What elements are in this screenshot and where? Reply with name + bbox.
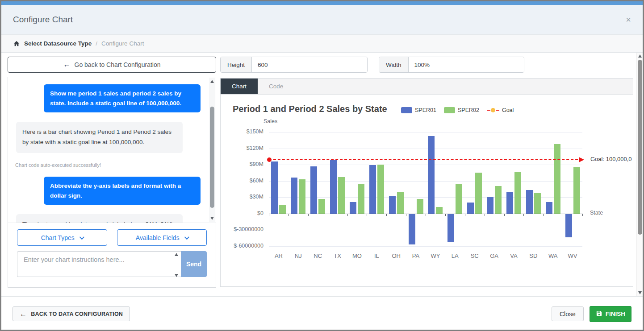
chart-legend: SPER01SPER02Goal xyxy=(401,107,514,113)
chart-types-dropdown[interactable]: Chart Types xyxy=(17,229,107,246)
tab-chart[interactable]: Chart xyxy=(221,79,258,94)
bar-SPER01-MO xyxy=(350,202,356,214)
height-label: Height xyxy=(221,57,252,72)
x-category-label: NJ xyxy=(289,252,308,259)
scroll-down-icon[interactable] xyxy=(210,217,214,220)
legend-swatch xyxy=(401,107,412,113)
x-category-label: SC xyxy=(465,252,485,259)
gridline xyxy=(269,149,582,149)
chart-canvas: Period 1 and Period 2 Sales by State SPE… xyxy=(221,95,633,286)
bar-SPER01-SD xyxy=(526,190,533,213)
x-category-label: LA xyxy=(445,252,465,259)
y-tick-label: $30M xyxy=(221,194,263,200)
bar-SPER02-MO xyxy=(358,184,364,214)
scroll-up-icon[interactable] xyxy=(175,253,178,256)
home-icon[interactable] xyxy=(13,40,20,47)
back-arrow-icon: ← xyxy=(20,310,27,318)
goal-line: Goal: 100,000,0 xyxy=(269,159,582,160)
textarea-scrollbar[interactable] xyxy=(173,253,180,277)
x-category-label: AR xyxy=(269,252,289,259)
bar-SPER02-IL xyxy=(377,165,384,214)
gridline xyxy=(269,230,582,230)
chart-types-label: Chart Types xyxy=(41,234,75,241)
modal-footer: ← BACK TO DATA CONFIGURATION Close FINIS… xyxy=(1,296,643,331)
height-field[interactable] xyxy=(252,57,367,72)
modal-scrollbar[interactable] xyxy=(636,53,643,296)
chevron-down-icon xyxy=(79,234,84,239)
legend-item-SPER01[interactable]: SPER01 xyxy=(401,107,436,113)
scroll-up-icon[interactable] xyxy=(210,80,214,83)
chat-scrollbar[interactable] xyxy=(209,78,215,222)
modal-scrollbar-thumb[interactable] xyxy=(638,60,642,235)
goal-arrow-icon xyxy=(579,157,584,162)
chart-instructions-input[interactable] xyxy=(17,251,181,277)
x-category-label: WV xyxy=(563,252,582,259)
x-axis-tick xyxy=(582,214,583,216)
available-fields-label: Available Fields xyxy=(136,234,180,241)
chevron-down-icon xyxy=(184,234,189,239)
available-fields-dropdown[interactable]: Available Fields xyxy=(117,229,207,246)
x-category-label: TX xyxy=(328,252,347,259)
back-to-data-configuration-button[interactable]: ← BACK TO DATA CONFIGURATION xyxy=(13,306,130,321)
y-tick-label: $0 xyxy=(221,210,263,216)
bar-SPER02-NC xyxy=(318,199,325,214)
chart-title: Period 1 and Period 2 Sales by State xyxy=(233,104,387,114)
back-arrow-icon: ← xyxy=(63,61,71,69)
go-back-chart-configuration-button[interactable]: ← Go back to Chart Configuration xyxy=(8,57,216,73)
plot-area: Goal: 100,000,0 xyxy=(269,132,582,246)
bar-SPER01-PA xyxy=(409,214,415,244)
legend-item-SPER02[interactable]: SPER02 xyxy=(444,107,479,113)
width-label: Width xyxy=(379,57,409,72)
x-axis-tick xyxy=(269,214,269,216)
x-category-label: GA xyxy=(485,252,504,259)
user-message: Show me period 1 sales and period 2 sale… xyxy=(44,84,201,112)
bar-SPER02-NJ xyxy=(299,179,305,214)
x-axis-tick xyxy=(386,214,387,216)
scroll-up-icon[interactable] xyxy=(638,54,642,58)
modal-title: Configure Chart xyxy=(13,15,73,25)
y-tick-label: $150M xyxy=(221,128,263,135)
bar-SPER02-PA xyxy=(417,199,423,214)
tab-code[interactable]: Code xyxy=(258,79,294,94)
y-tick-label: $90M xyxy=(221,161,263,167)
finish-label: FINISH xyxy=(606,310,625,317)
y-tick-label: $-30000000 xyxy=(221,226,263,232)
chat-column: ← Go back to Chart Configuration Show me… xyxy=(8,57,216,288)
x-axis-tick xyxy=(426,214,426,216)
height-input-group: Height xyxy=(220,57,368,73)
bar-SPER01-GA xyxy=(487,197,493,214)
scroll-down-icon[interactable] xyxy=(175,274,178,277)
close-icon[interactable]: × xyxy=(626,15,631,24)
x-axis-tick xyxy=(308,214,309,216)
back-to-data-label: BACK TO DATA CONFIGURATION xyxy=(31,311,123,317)
modal-body: ← Go back to Chart Configuration Show me… xyxy=(1,53,643,296)
bar-SPER01-SC xyxy=(467,203,474,213)
bar-SPER02-WA xyxy=(554,144,560,214)
legend-item-goal[interactable]: Goal xyxy=(487,107,514,113)
chart-column: Height Width Chart Code Period 1 and Per… xyxy=(220,57,633,287)
finish-button[interactable]: FINISH xyxy=(590,306,631,322)
assistant-message: The chart now abbreviates y-axis labels … xyxy=(16,214,183,223)
user-message: Abbreviate the y-axis labels and format … xyxy=(44,177,201,205)
bar-SPER02-SC xyxy=(475,173,482,213)
x-axis-tick xyxy=(445,214,446,216)
close-button[interactable]: Close xyxy=(552,306,584,321)
send-button[interactable]: Send xyxy=(181,251,207,277)
x-axis-tick xyxy=(543,214,544,216)
width-field[interactable] xyxy=(409,57,524,72)
x-axis-tick xyxy=(406,214,406,216)
bar-SPER02-WY xyxy=(436,207,443,214)
x-category-label: WA xyxy=(543,252,563,259)
status-message: Chart code auto-executed successfully! xyxy=(15,162,203,168)
bar-SPER01-WY xyxy=(428,136,435,214)
goal-start-dot xyxy=(267,157,272,162)
legend-label: SPER02 xyxy=(458,107,479,113)
scroll-down-icon[interactable] xyxy=(638,291,642,294)
breadcrumb-datasource-type[interactable]: Select Datasource Type xyxy=(24,40,92,47)
gridline xyxy=(269,246,582,247)
chat-scrollbar-thumb[interactable] xyxy=(210,107,214,208)
bar-SPER01-LA xyxy=(447,214,454,242)
y-tick-label: $60M xyxy=(221,178,263,184)
x-axis-tick xyxy=(563,214,563,216)
chart-code-tabs: Chart Code xyxy=(221,79,633,95)
